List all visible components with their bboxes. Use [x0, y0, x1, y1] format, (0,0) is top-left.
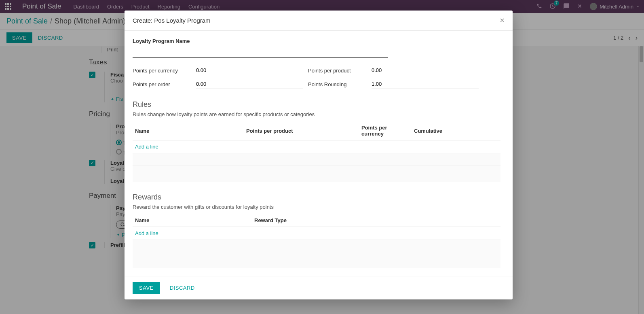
points-per-product-label: Points per product: [308, 68, 367, 74]
points-per-order-label: Points per order: [133, 81, 191, 87]
modal-close-button[interactable]: ×: [500, 16, 505, 25]
rules-heading: Rules: [133, 100, 505, 109]
rewards-add-line[interactable]: Add a line: [135, 230, 158, 236]
rules-col-ppc: Points per currency: [359, 121, 412, 140]
points-per-currency-label: Points per currency: [133, 68, 191, 74]
rules-desc: Rules change how loyalty points are earn…: [133, 111, 505, 117]
points-rounding-input[interactable]: [372, 79, 479, 89]
modal-title: Create: Pos Loyalty Program: [133, 17, 211, 24]
rewards-heading: Rewards: [133, 193, 505, 202]
rewards-col-type: Reward Type: [252, 214, 500, 227]
points-rounding-label: Points Rounding: [308, 81, 367, 87]
modal-header: Create: Pos Loyalty Program ×: [125, 11, 513, 31]
rewards-desc: Reward the customer with gifts or discou…: [133, 204, 505, 210]
rules-col-name: Name: [133, 121, 244, 140]
program-name-label: Loyalty Program Name: [133, 38, 505, 44]
rules-col-cumulative: Cumulative: [412, 121, 500, 140]
rewards-col-name: Name: [133, 214, 252, 227]
modal-body: Loyalty Program Name Points per currency…: [125, 31, 513, 276]
rewards-table: Name Reward Type Add a line: [133, 214, 500, 268]
modal-save-button[interactable]: SAVE: [133, 282, 160, 294]
points-per-currency-input[interactable]: [196, 66, 303, 75]
modal-footer: SAVE DISCARD: [125, 276, 513, 299]
points-per-order-input[interactable]: [196, 79, 303, 89]
modal-discard-button[interactable]: DISCARD: [164, 282, 201, 294]
rules-add-line[interactable]: Add a line: [135, 144, 158, 150]
program-name-input[interactable]: [133, 47, 388, 58]
rules-table: Name Points per product Points per curre…: [133, 121, 500, 182]
points-per-product-input[interactable]: [372, 66, 479, 75]
rules-col-ppp: Points per product: [244, 121, 359, 140]
modal-create-loyalty-program: Create: Pos Loyalty Program × Loyalty Pr…: [125, 11, 513, 299]
